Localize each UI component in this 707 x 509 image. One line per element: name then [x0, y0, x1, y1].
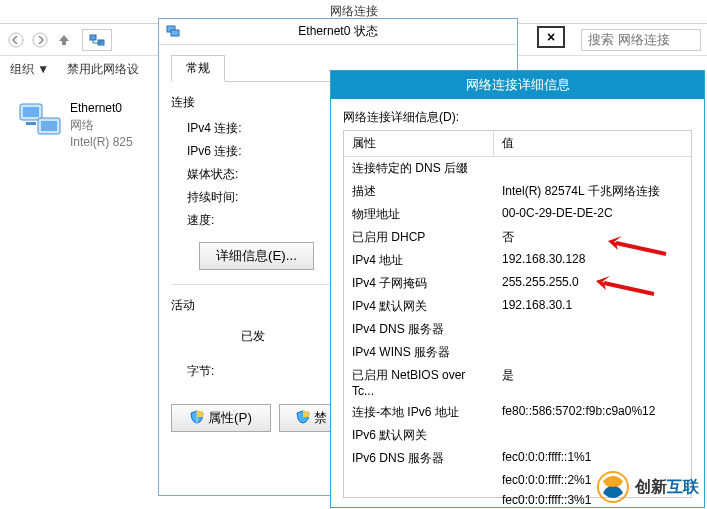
close-icon: ×: [547, 29, 555, 45]
svg-point-0: [9, 33, 23, 47]
adapter-icon: [18, 100, 62, 136]
col-property-header[interactable]: 属性: [344, 131, 494, 156]
adapter-labels: Ethernet0 网络 Intel(R) 825: [70, 100, 133, 150]
property-name: [344, 492, 494, 508]
property-value: fe80::586:5702:f9b:c9a0%12: [494, 403, 691, 422]
close-button[interactable]: ×: [537, 26, 565, 48]
properties-button[interactable]: 属性(P): [171, 404, 271, 432]
details-button[interactable]: 详细信息(E)...: [199, 242, 314, 270]
search-input[interactable]: [581, 29, 701, 51]
adapter-name: Ethernet0: [70, 100, 133, 117]
nav-up-icon[interactable]: [54, 30, 74, 50]
property-rows: 连接特定的 DNS 后缀描述Intel(R) 82574L 千兆网络连接物理地址…: [344, 157, 691, 497]
highlight-arrow-ipv4-gateway: [596, 276, 656, 300]
property-value: Intel(R) 82574L 千兆网络连接: [494, 182, 691, 201]
property-name: 描述: [344, 182, 494, 201]
property-value: 00-0C-29-DE-DE-2C: [494, 205, 691, 224]
property-row[interactable]: 已启用 NetBIOS over Tc...是: [344, 364, 691, 401]
address-bar[interactable]: [82, 29, 112, 51]
property-row[interactable]: IPv4 WINS 服务器: [344, 341, 691, 364]
property-value: [494, 320, 691, 339]
status-titlebar: Ethernet0 状态: [159, 19, 517, 45]
property-name: 已启用 DHCP: [344, 228, 494, 247]
property-name: IPv4 默认网关: [344, 297, 494, 316]
details-body: 网络连接详细信息(D): 属性 值 连接特定的 DNS 后缀描述Intel(R)…: [331, 99, 704, 508]
adapter-status: 网络: [70, 117, 133, 134]
nav-forward-icon[interactable]: [30, 30, 50, 50]
property-row[interactable]: 描述Intel(R) 82574L 千兆网络连接: [344, 180, 691, 203]
property-row[interactable]: IPv4 DNS 服务器: [344, 318, 691, 341]
property-row[interactable]: 连接-本地 IPv6 地址fe80::586:5702:f9b:c9a0%12: [344, 401, 691, 424]
nav-back-icon[interactable]: [6, 30, 26, 50]
svg-rect-2: [90, 35, 96, 40]
watermark-logo-icon: [597, 471, 629, 503]
shield-icon: [296, 410, 310, 424]
disable-device-button[interactable]: 禁用此网络设: [67, 61, 139, 78]
property-name: IPv6 默认网关: [344, 426, 494, 445]
property-name: IPv6 DNS 服务器: [344, 449, 494, 468]
property-name: 已启用 NetBIOS over Tc...: [344, 366, 494, 399]
svg-rect-11: [197, 411, 203, 417]
status-title-icon: [165, 23, 181, 42]
property-name: IPv4 DNS 服务器: [344, 320, 494, 339]
property-row[interactable]: 物理地址00-0C-29-DE-DE-2C: [344, 203, 691, 226]
chevron-down-icon: ▼: [37, 62, 49, 76]
property-table: 属性 值 连接特定的 DNS 后缀描述Intel(R) 82574L 千兆网络连…: [343, 130, 692, 498]
property-value: 是: [494, 366, 691, 399]
property-name: 物理地址: [344, 205, 494, 224]
adapter-item[interactable]: Ethernet0 网络 Intel(R) 825: [18, 100, 133, 150]
property-value: [494, 426, 691, 445]
watermark-text: 创新互联: [635, 477, 699, 498]
property-name: 连接特定的 DNS 后缀: [344, 159, 494, 178]
watermark: 创新互联: [597, 471, 699, 503]
svg-rect-12: [303, 411, 309, 417]
property-row[interactable]: 连接特定的 DNS 后缀: [344, 157, 691, 180]
details-caption: 网络连接详细信息(D):: [343, 109, 692, 126]
property-row[interactable]: IPv6 默认网关: [344, 424, 691, 447]
highlight-arrow-ipv4-address: [608, 236, 668, 260]
tab-general[interactable]: 常规: [171, 55, 225, 82]
property-name: IPv4 子网掩码: [344, 274, 494, 293]
svg-rect-5: [23, 107, 39, 117]
status-title-text: Ethernet0 状态: [298, 23, 377, 40]
details-titlebar: 网络连接详细信息: [331, 71, 704, 99]
property-value: 255.255.255.0: [494, 274, 691, 293]
organize-menu[interactable]: 组织 ▼: [10, 61, 49, 78]
shield-icon: [190, 410, 204, 424]
property-name: IPv4 地址: [344, 251, 494, 270]
svg-rect-8: [41, 121, 57, 131]
property-value: [494, 159, 691, 178]
property-value: 192.168.30.1: [494, 297, 691, 316]
property-name: 连接-本地 IPv6 地址: [344, 403, 494, 422]
property-value: fec0:0:0:ffff::1%1: [494, 449, 691, 468]
property-row[interactable]: IPv6 DNS 服务器fec0:0:0:ffff::1%1: [344, 447, 691, 470]
svg-point-1: [33, 33, 47, 47]
property-name: [344, 472, 494, 488]
property-name: IPv4 WINS 服务器: [344, 343, 494, 362]
adapter-device: Intel(R) 825: [70, 134, 133, 151]
network-icon: [89, 33, 105, 47]
property-header: 属性 值: [344, 131, 691, 157]
svg-rect-6: [26, 122, 36, 125]
property-value: [494, 343, 691, 362]
col-value-header[interactable]: 值: [494, 131, 691, 156]
svg-rect-10: [171, 30, 179, 36]
details-title-text: 网络连接详细信息: [466, 76, 570, 94]
